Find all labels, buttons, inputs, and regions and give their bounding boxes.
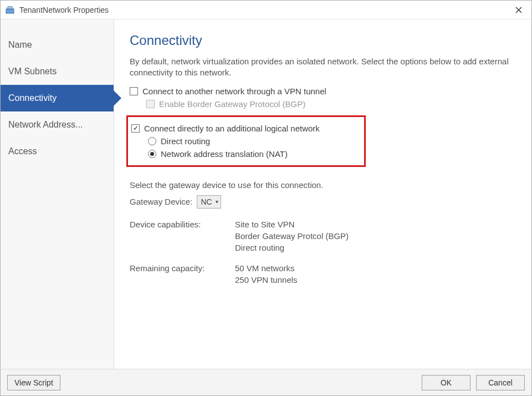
sidebar-item-label: Connectivity xyxy=(8,93,57,103)
button-label: Cancel xyxy=(488,378,513,387)
select-value: NC xyxy=(201,197,212,206)
svg-rect-1 xyxy=(8,7,12,9)
close-button[interactable] xyxy=(506,1,531,19)
sidebar-item-network-address[interactable]: Network Address... xyxy=(1,111,114,138)
gateway-device-select[interactable]: NC ▾ xyxy=(197,195,221,209)
option-vpn-tunnel[interactable]: Connect to another network through a VPN… xyxy=(130,87,516,96)
remaining-capacity-value-2: 250 VPN tunnels xyxy=(235,275,516,285)
checkbox-enable-bgp xyxy=(146,100,155,108)
gateway-device-label: Gateway Device: xyxy=(130,197,192,206)
view-script-button[interactable]: View Script xyxy=(7,375,60,390)
remaining-capacity-label: Remaining capacity: xyxy=(130,263,229,273)
option-label: Direct routing xyxy=(161,136,210,146)
gateway-device-row: Gateway Device: NC ▾ xyxy=(130,195,516,209)
gateway-intro: Select the gateway device to use for thi… xyxy=(130,180,516,190)
titlebar: TenantNetwork Properties xyxy=(1,1,531,19)
checkbox-connect-direct[interactable] xyxy=(131,124,140,133)
radio-direct-routing[interactable] xyxy=(148,137,156,145)
ok-button[interactable]: OK xyxy=(422,375,470,390)
app-icon xyxy=(5,5,15,15)
sidebar-item-access[interactable]: Access xyxy=(1,138,114,165)
close-icon xyxy=(515,7,522,13)
radio-nat[interactable] xyxy=(148,150,156,158)
svg-rect-0 xyxy=(6,9,14,13)
button-label: View Script xyxy=(14,378,53,387)
option-label: Connect directly to an additional logica… xyxy=(144,124,320,133)
device-info-grid: Device capabilities: Site to Site VPN Bo… xyxy=(130,220,516,285)
device-capabilities-value-1: Site to Site VPN xyxy=(235,220,516,229)
window-title: TenantNetwork Properties xyxy=(19,6,506,14)
sidebar-item-connectivity[interactable]: Connectivity xyxy=(1,85,114,111)
option-nat[interactable]: Network address translation (NAT) xyxy=(148,149,320,159)
main-panel: Connectivity By default, network virtual… xyxy=(114,19,531,369)
sidebar: Name VM Subnets Connectivity Network Add… xyxy=(1,19,114,369)
device-capabilities-value-3: Direct routing xyxy=(235,243,516,252)
sidebar-item-vm-subnets[interactable]: VM Subnets xyxy=(1,58,114,85)
device-capabilities-label: Device capabilities: xyxy=(130,220,229,229)
checkbox-vpn-tunnel[interactable] xyxy=(130,87,138,95)
option-label: Connect to another network through a VPN… xyxy=(142,87,326,96)
dialog-body: Name VM Subnets Connectivity Network Add… xyxy=(1,19,531,369)
sidebar-item-label: Name xyxy=(8,40,32,50)
sidebar-item-name[interactable]: Name xyxy=(1,32,114,58)
sidebar-item-label: VM Subnets xyxy=(8,67,57,77)
sidebar-item-label: Access xyxy=(8,146,37,156)
page-title: Connectivity xyxy=(130,33,516,48)
option-direct-routing[interactable]: Direct routing xyxy=(148,136,320,146)
chevron-down-icon: ▾ xyxy=(216,199,218,205)
sidebar-item-label: Network Address... xyxy=(8,120,83,130)
page-description: By default, network virtualization provi… xyxy=(130,56,516,79)
option-enable-bgp: Enable Border Gateway Protocol (BGP) xyxy=(146,99,516,109)
device-capabilities-value-2: Border Gateway Protcol (BGP) xyxy=(235,231,516,241)
option-label: Enable Border Gateway Protocol (BGP) xyxy=(159,99,305,109)
highlight-direct-connect: Connect directly to an additional logica… xyxy=(126,115,366,167)
button-label: OK xyxy=(441,378,452,387)
dialog-footer: View Script OK Cancel xyxy=(1,369,531,395)
cancel-button[interactable]: Cancel xyxy=(476,375,525,390)
option-connect-direct[interactable]: Connect directly to an additional logica… xyxy=(131,124,320,133)
remaining-capacity-value-1: 50 VM networks xyxy=(235,263,516,273)
dialog-window: TenantNetwork Properties Name VM Subnets… xyxy=(0,0,532,396)
option-label: Network address translation (NAT) xyxy=(161,149,288,159)
